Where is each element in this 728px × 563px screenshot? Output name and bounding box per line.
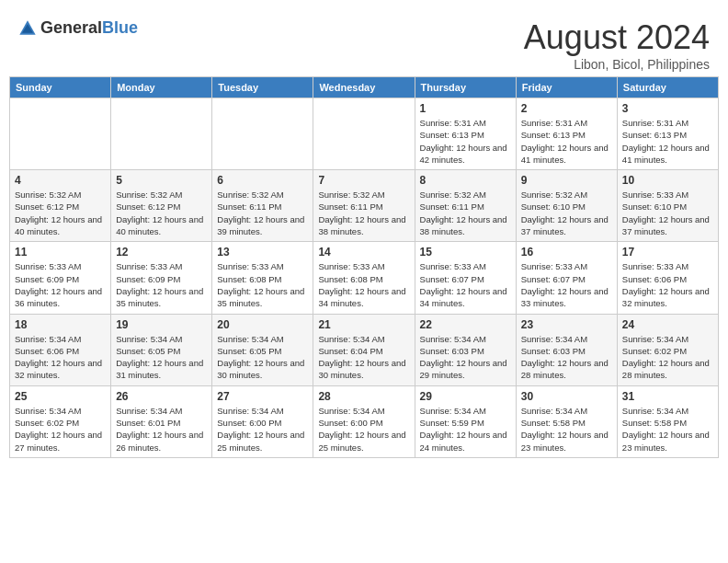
- day-number: 17: [622, 246, 713, 259]
- calendar-cell: 13Sunrise: 5:33 AM Sunset: 6:08 PM Dayli…: [212, 242, 313, 314]
- day-info: Sunrise: 5:32 AM Sunset: 6:11 PM Dayligh…: [217, 189, 308, 237]
- day-info: Sunrise: 5:34 AM Sunset: 6:02 PM Dayligh…: [622, 333, 713, 382]
- day-info: Sunrise: 5:34 AM Sunset: 6:00 PM Dayligh…: [217, 405, 308, 454]
- day-number: 1: [420, 102, 511, 115]
- day-info: Sunrise: 5:34 AM Sunset: 6:03 PM Dayligh…: [521, 333, 612, 382]
- day-number: 20: [217, 318, 308, 331]
- calendar-week-row: 25Sunrise: 5:34 AM Sunset: 6:02 PM Dayli…: [10, 385, 719, 457]
- day-info: Sunrise: 5:33 AM Sunset: 6:07 PM Dayligh…: [420, 260, 511, 309]
- day-info: Sunrise: 5:34 AM Sunset: 5:58 PM Dayligh…: [521, 405, 612, 454]
- day-info: Sunrise: 5:34 AM Sunset: 5:59 PM Dayligh…: [420, 405, 511, 454]
- day-info: Sunrise: 5:34 AM Sunset: 6:04 PM Dayligh…: [318, 333, 409, 382]
- day-number: 13: [217, 246, 308, 259]
- day-info: Sunrise: 5:31 AM Sunset: 6:13 PM Dayligh…: [420, 117, 511, 166]
- day-info: Sunrise: 5:32 AM Sunset: 6:12 PM Dayligh…: [15, 189, 106, 237]
- day-number: 6: [217, 174, 308, 187]
- day-number: 16: [521, 246, 612, 259]
- weekday-header: Monday: [111, 77, 212, 98]
- weekday-header: Tuesday: [212, 77, 313, 98]
- calendar-cell: 16Sunrise: 5:33 AM Sunset: 6:07 PM Dayli…: [516, 242, 617, 314]
- calendar-cell: 18Sunrise: 5:34 AM Sunset: 6:06 PM Dayli…: [10, 314, 111, 385]
- day-info: Sunrise: 5:32 AM Sunset: 6:12 PM Dayligh…: [116, 189, 207, 237]
- day-number: 25: [15, 390, 106, 403]
- weekday-header: Friday: [516, 77, 617, 98]
- calendar-cell: 10Sunrise: 5:33 AM Sunset: 6:10 PM Dayli…: [617, 170, 718, 242]
- day-info: Sunrise: 5:33 AM Sunset: 6:08 PM Dayligh…: [217, 260, 308, 309]
- weekday-header: Sunday: [10, 77, 111, 98]
- calendar-week-row: 11Sunrise: 5:33 AM Sunset: 6:09 PM Dayli…: [10, 242, 719, 314]
- calendar-cell: 28Sunrise: 5:34 AM Sunset: 6:00 PM Dayli…: [313, 385, 415, 457]
- day-number: 26: [116, 390, 207, 403]
- calendar-cell: 23Sunrise: 5:34 AM Sunset: 6:03 PM Dayli…: [516, 314, 617, 385]
- day-number: 10: [622, 174, 713, 187]
- calendar-cell: 12Sunrise: 5:33 AM Sunset: 6:09 PM Dayli…: [111, 242, 212, 314]
- calendar-cell: 15Sunrise: 5:33 AM Sunset: 6:07 PM Dayli…: [415, 242, 516, 314]
- calendar-cell: 24Sunrise: 5:34 AM Sunset: 6:02 PM Dayli…: [617, 314, 718, 385]
- calendar-cell: 30Sunrise: 5:34 AM Sunset: 5:58 PM Dayli…: [516, 385, 617, 457]
- day-number: 29: [420, 390, 511, 403]
- weekday-header: Wednesday: [313, 77, 415, 98]
- day-info: Sunrise: 5:31 AM Sunset: 6:13 PM Dayligh…: [521, 117, 612, 166]
- day-number: 30: [521, 390, 612, 403]
- day-number: 2: [521, 102, 612, 115]
- calendar-cell: 4Sunrise: 5:32 AM Sunset: 6:12 PM Daylig…: [10, 170, 111, 242]
- logo-general-text: General: [40, 18, 102, 37]
- day-info: Sunrise: 5:33 AM Sunset: 6:06 PM Dayligh…: [622, 260, 713, 309]
- calendar-cell: [111, 98, 212, 170]
- calendar-cell: 22Sunrise: 5:34 AM Sunset: 6:03 PM Dayli…: [415, 314, 516, 385]
- day-number: 9: [521, 174, 612, 187]
- day-info: Sunrise: 5:31 AM Sunset: 6:13 PM Dayligh…: [622, 117, 713, 166]
- day-number: 18: [15, 318, 106, 331]
- day-info: Sunrise: 5:34 AM Sunset: 6:00 PM Dayligh…: [318, 405, 409, 454]
- calendar-cell: 14Sunrise: 5:33 AM Sunset: 6:08 PM Dayli…: [313, 242, 415, 314]
- calendar-cell: 3Sunrise: 5:31 AM Sunset: 6:13 PM Daylig…: [617, 98, 718, 170]
- weekday-header-row: SundayMondayTuesdayWednesdayThursdayFrid…: [10, 77, 719, 98]
- calendar-cell: 25Sunrise: 5:34 AM Sunset: 6:02 PM Dayli…: [10, 385, 111, 457]
- day-info: Sunrise: 5:33 AM Sunset: 6:10 PM Dayligh…: [622, 189, 713, 237]
- page-header: GeneralBlue August 2024 Libon, Bicol, Ph…: [9, 9, 719, 76]
- month-title: August 2024: [524, 18, 710, 57]
- logo-icon: [18, 19, 37, 38]
- calendar-cell: [313, 98, 415, 170]
- day-info: Sunrise: 5:33 AM Sunset: 6:09 PM Dayligh…: [116, 260, 207, 309]
- calendar-cell: 5Sunrise: 5:32 AM Sunset: 6:12 PM Daylig…: [111, 170, 212, 242]
- day-info: Sunrise: 5:32 AM Sunset: 6:10 PM Dayligh…: [521, 189, 612, 237]
- calendar-cell: 7Sunrise: 5:32 AM Sunset: 6:11 PM Daylig…: [313, 170, 415, 242]
- calendar-cell: 9Sunrise: 5:32 AM Sunset: 6:10 PM Daylig…: [516, 170, 617, 242]
- day-number: 21: [318, 318, 409, 331]
- calendar-cell: 1Sunrise: 5:31 AM Sunset: 6:13 PM Daylig…: [415, 98, 516, 170]
- calendar-cell: 17Sunrise: 5:33 AM Sunset: 6:06 PM Dayli…: [617, 242, 718, 314]
- calendar-cell: [10, 98, 111, 170]
- day-number: 14: [318, 246, 409, 259]
- day-info: Sunrise: 5:34 AM Sunset: 6:06 PM Dayligh…: [15, 333, 106, 382]
- calendar-cell: 8Sunrise: 5:32 AM Sunset: 6:11 PM Daylig…: [415, 170, 516, 242]
- day-number: 7: [318, 174, 409, 187]
- calendar-cell: 21Sunrise: 5:34 AM Sunset: 6:04 PM Dayli…: [313, 314, 415, 385]
- calendar-cell: 2Sunrise: 5:31 AM Sunset: 6:13 PM Daylig…: [516, 98, 617, 170]
- calendar-cell: 26Sunrise: 5:34 AM Sunset: 6:01 PM Dayli…: [111, 385, 212, 457]
- day-info: Sunrise: 5:32 AM Sunset: 6:11 PM Dayligh…: [318, 189, 409, 237]
- day-info: Sunrise: 5:33 AM Sunset: 6:07 PM Dayligh…: [521, 260, 612, 309]
- day-number: 4: [15, 174, 106, 187]
- day-number: 23: [521, 318, 612, 331]
- day-info: Sunrise: 5:33 AM Sunset: 6:08 PM Dayligh…: [318, 260, 409, 309]
- calendar-week-row: 4Sunrise: 5:32 AM Sunset: 6:12 PM Daylig…: [10, 170, 719, 242]
- day-info: Sunrise: 5:34 AM Sunset: 6:01 PM Dayligh…: [116, 405, 207, 454]
- calendar-week-row: 18Sunrise: 5:34 AM Sunset: 6:06 PM Dayli…: [10, 314, 719, 385]
- calendar-cell: 29Sunrise: 5:34 AM Sunset: 5:59 PM Dayli…: [415, 385, 516, 457]
- day-info: Sunrise: 5:33 AM Sunset: 6:09 PM Dayligh…: [15, 260, 106, 309]
- day-info: Sunrise: 5:34 AM Sunset: 5:58 PM Dayligh…: [622, 405, 713, 454]
- day-number: 31: [622, 390, 713, 403]
- day-info: Sunrise: 5:34 AM Sunset: 6:02 PM Dayligh…: [15, 405, 106, 454]
- logo-blue-text: Blue: [102, 18, 138, 37]
- weekday-header: Saturday: [617, 77, 718, 98]
- title-block: August 2024 Libon, Bicol, Philippines: [524, 18, 710, 72]
- day-number: 12: [116, 246, 207, 259]
- day-info: Sunrise: 5:34 AM Sunset: 6:03 PM Dayligh…: [420, 333, 511, 382]
- day-info: Sunrise: 5:34 AM Sunset: 6:05 PM Dayligh…: [217, 333, 308, 382]
- calendar-cell: 27Sunrise: 5:34 AM Sunset: 6:00 PM Dayli…: [212, 385, 313, 457]
- day-number: 22: [420, 318, 511, 331]
- day-number: 27: [217, 390, 308, 403]
- calendar-cell: [212, 98, 313, 170]
- day-number: 3: [622, 102, 713, 115]
